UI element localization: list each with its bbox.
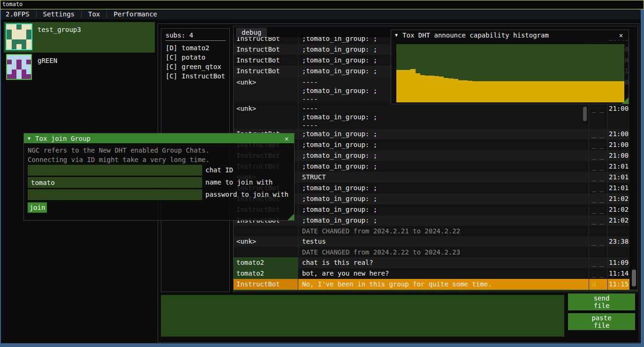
member-item[interactable]: [C]potato — [166, 53, 229, 62]
subs-separator — [166, 40, 226, 41]
close-icon[interactable]: ✕ — [283, 135, 290, 142]
chat-id-label: chat ID — [205, 165, 233, 176]
menu-bar: 2.0FPS Settings Tox Performance — [1, 9, 641, 19]
message-row[interactable]: <unk>testus__23:38 — [234, 236, 637, 247]
message-time: 21:00 — [608, 103, 629, 129]
chat-scrollbar-thumb[interactable] — [632, 270, 636, 286]
message-sender: <unk> — [234, 77, 298, 103]
chat-bottom-indicator — [233, 290, 638, 291]
member-name: potato — [182, 54, 205, 61]
message-time: 21:00 — [608, 129, 629, 139]
member-name: green_qtox — [182, 63, 221, 70]
message-sender: tomato2 — [234, 257, 298, 268]
date-changed-row: DATE CHANGED from 2024.2.21 to 2024.2.22 — [234, 226, 637, 236]
message-text: chat is this real? — [298, 257, 589, 268]
subs-count-label: subs: 4 — [166, 31, 193, 39]
group-avatar — [6, 23, 32, 50]
join-group-window: ▼ Tox join Group ✕ NGC refers to the New… — [23, 133, 295, 221]
message-flags: __ — [589, 236, 608, 247]
message-flags: __ — [589, 129, 608, 139]
message-text: ;tomato_in_group: ; — [298, 215, 589, 226]
message-sender: InstructBot — [234, 37, 298, 44]
message-time: 21:01 — [608, 183, 629, 193]
message-flags: __ — [589, 172, 608, 183]
member-tag: [C] — [166, 54, 177, 61]
resize-grip[interactable] — [622, 97, 629, 104]
message-input[interactable] — [161, 295, 564, 337]
join-name-input[interactable] — [28, 177, 202, 188]
send-file-button[interactable]: send file — [568, 293, 635, 310]
member-tag: [C] — [166, 63, 177, 70]
member-item[interactable]: [C]InstructBot — [166, 71, 229, 81]
message-flags: __ — [589, 150, 608, 161]
date-changed-text: DATE CHANGED from 2024.2.21 to 2024.2.22 — [298, 226, 589, 236]
chat-id-input[interactable] — [28, 165, 202, 176]
message-row-highlighted[interactable]: InstructBotNo, I've been in this group f… — [234, 279, 637, 290]
message-text: ;tomato_in_group: ; — [298, 139, 589, 150]
histogram-window-titlebar[interactable]: ▼ Tox DHT announce capability histogram … — [391, 30, 629, 40]
message-text: testus — [298, 236, 589, 247]
message-time: 11:15 — [608, 279, 629, 290]
collapse-arrow-icon[interactable]: ▼ — [395, 32, 398, 38]
message-time: 21:00 — [608, 150, 629, 161]
message-time: 21:00 — [608, 139, 629, 150]
message-text: No, I've been in this group for quite so… — [298, 279, 589, 290]
join-description: NGC refers to the New DHT enabled Group … — [28, 146, 210, 164]
message-text: ;tomato_in_group: ; — [298, 161, 589, 172]
histogram-bars — [396, 44, 624, 102]
member-item[interactable]: [D]tomato2 — [166, 43, 229, 53]
window-border-right — [641, 9, 644, 347]
message-row[interactable]: tomato2chat is this real?__11:09 — [234, 257, 637, 268]
app-window: tomato 2.0FPS Settings Tox Performance t… — [0, 0, 644, 347]
member-tag: [D] — [166, 44, 177, 52]
join-button[interactable]: join — [28, 202, 47, 213]
window-border-bottom — [0, 343, 644, 347]
sidebar-group-gREEN[interactable]: gREEN — [4, 53, 155, 80]
message-time: 21:01 — [608, 172, 629, 183]
join-password-input[interactable] — [28, 189, 202, 200]
paste-file-button[interactable]: paste file — [568, 313, 635, 330]
menu-item-settings[interactable]: Settings — [37, 9, 81, 19]
message-sender: InstructBot — [234, 279, 298, 290]
member-item[interactable]: [C]green_qtox — [166, 62, 229, 71]
message-text: ---- ;tomato_in_group: ; ---- — [298, 103, 589, 129]
member-name: tomato2 — [182, 44, 209, 52]
message-sender: InstructBot — [234, 55, 298, 66]
message-row[interactable]: tomato2bot, are you new here?__11:14 — [234, 268, 637, 279]
window-border-left — [0, 9, 1, 347]
message-flags: __ — [589, 183, 608, 193]
window-titlebar[interactable]: tomato — [0, 0, 644, 9]
collapse-arrow-icon[interactable]: ▼ — [28, 136, 30, 141]
window-title: tomato — [2, 1, 23, 8]
message-flags: __ — [589, 193, 608, 204]
menu-item-performance[interactable]: Performance — [107, 9, 164, 19]
resize-grip[interactable] — [288, 214, 294, 220]
date-changed-row: DATE CHANGED from 2024.2.22 to 2024.2.23 — [234, 247, 637, 257]
close-icon[interactable]: ✕ — [617, 31, 625, 39]
message-flags: __ — [589, 161, 608, 172]
message-time: 23:38 — [608, 236, 629, 247]
message-flags: __ — [589, 103, 608, 129]
message-time: 21:02 — [608, 193, 629, 204]
message-row[interactable]: <unk>---- ;tomato_in_group: ; ----__21:0… — [234, 103, 637, 129]
message-text: bot, are you new here? — [298, 268, 589, 279]
tab-debug[interactable]: debug — [236, 28, 267, 37]
join-name-label: name to join with — [205, 177, 273, 188]
sidebar-group-test_group3[interactable]: test_group3 — [4, 22, 155, 53]
member-tag: [C] — [166, 72, 177, 80]
menu-item-tox[interactable]: Tox — [82, 9, 106, 19]
message-flags: __ — [589, 204, 608, 215]
join-window-titlebar[interactable]: ▼ Tox join Group ✕ — [24, 133, 294, 143]
inner-scrollbar-thumb[interactable] — [583, 107, 587, 121]
message-time: 21:02 — [608, 215, 629, 226]
message-text: ;tomato_in_group: ; — [298, 193, 589, 204]
fps-counter: 2.0FPS — [6, 9, 36, 19]
histogram-window-title: Tox DHT announce capability histogram — [402, 31, 613, 39]
message-time: 11:14 — [608, 268, 629, 279]
message-flags: __ — [589, 215, 608, 226]
message-text: ;tomato_in_group: ; — [298, 204, 589, 215]
message-sender: InstructBot — [234, 66, 298, 77]
message-sender: InstructBot — [234, 44, 298, 55]
message-flags: d_ — [589, 279, 608, 290]
message-time: 21:01 — [608, 161, 629, 172]
